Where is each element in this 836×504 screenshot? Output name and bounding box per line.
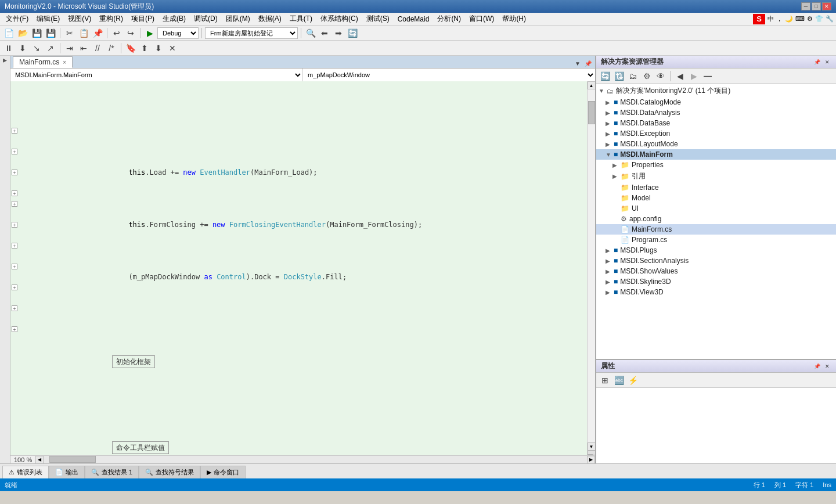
nav-fwd-button[interactable]: ➡: [332, 27, 345, 39]
tree-appconfig[interactable]: ⚙ app.config: [596, 214, 836, 224]
comment-button[interactable]: //: [91, 42, 104, 55]
tree-exception[interactable]: ▶ ■ MSDI.Exception: [596, 128, 836, 139]
step-over-button[interactable]: ⬇: [16, 42, 29, 55]
nav-class-dropdown[interactable]: MSDI.MainForm.MainForm: [10, 69, 303, 81]
editor-tab-mainform[interactable]: MainForm.cs ×: [13, 56, 73, 68]
prop-sort-button[interactable]: 🔤: [612, 374, 625, 387]
se-back-button[interactable]: ◀: [673, 70, 686, 82]
step-into-button[interactable]: ↘: [30, 42, 43, 55]
menu-analyze[interactable]: 分析(N): [434, 13, 464, 25]
indent-button[interactable]: ⇥: [63, 42, 76, 55]
se-show-all-button[interactable]: 👁: [654, 70, 667, 82]
undo-button[interactable]: ↩: [110, 27, 123, 39]
sogou-gear[interactable]: ⚙: [807, 15, 813, 23]
tree-showvalues[interactable]: ▶ ■ MSDI.ShowValues: [596, 266, 836, 276]
se-fwd-button[interactable]: ▶: [687, 70, 700, 82]
prop-event-button[interactable]: ⚡: [626, 374, 639, 387]
prop-close-button[interactable]: ✕: [823, 362, 831, 370]
se-pin-button[interactable]: 📌: [813, 58, 821, 66]
code-editor[interactable]: + + + + + + + + + +: [10, 81, 587, 455]
prev-bookmark-button[interactable]: ⬆: [138, 42, 151, 55]
new-file-button[interactable]: 📄: [2, 27, 15, 39]
menu-window[interactable]: 窗口(W): [466, 13, 498, 25]
uncomment-button[interactable]: /*: [105, 42, 118, 55]
start-button[interactable]: ▶: [143, 27, 156, 39]
tab-close-button[interactable]: ×: [63, 59, 66, 66]
vertical-scrollbar[interactable]: ▲ ▼ ═: [587, 81, 595, 455]
h-scroll-track[interactable]: [44, 456, 587, 464]
bottom-tab-output[interactable]: 📄 输出: [49, 466, 85, 478]
nav-back-button[interactable]: ⬅: [318, 27, 331, 39]
cut-button[interactable]: ✂: [63, 27, 76, 39]
menu-file[interactable]: 文件(F): [2, 13, 32, 25]
menu-debug[interactable]: 调试(D): [190, 13, 221, 25]
open-file-button[interactable]: 📂: [16, 27, 29, 39]
tree-references[interactable]: ▶ 📁 引用: [596, 170, 836, 182]
menu-data[interactable]: 数据(A): [255, 13, 285, 25]
tree-properties[interactable]: ▶ 📁 Properties: [596, 160, 836, 170]
find-button[interactable]: 🔍: [304, 27, 317, 39]
menu-arch[interactable]: 体系结构(C): [317, 13, 362, 25]
breakpoint-button[interactable]: ⏸: [2, 42, 15, 55]
h-scroll-thumb[interactable]: [49, 456, 96, 463]
tree-catalog-mode[interactable]: ▶ ■ MSDI.CatalogMode: [596, 97, 836, 107]
fold-btn-7[interactable]: +: [12, 243, 17, 249]
tree-plugs[interactable]: ▶ ■ MSDI.Plugs: [596, 245, 836, 255]
menu-test[interactable]: 测试(S): [363, 13, 393, 25]
fold-btn-2[interactable]: +: [12, 149, 17, 154]
prop-pin-button[interactable]: 📌: [813, 362, 821, 370]
tree-solution-root[interactable]: ▼ 🗂 解决方案'MonitoringV2.0' (11 个项目): [596, 85, 836, 97]
refresh-button[interactable]: 🔄: [346, 27, 359, 39]
minimize-button[interactable]: ─: [801, 2, 810, 10]
fold-btn-1[interactable]: +: [12, 128, 17, 134]
tree-model[interactable]: 📁 Model: [596, 193, 836, 203]
menu-project[interactable]: 项目(P): [128, 13, 158, 25]
next-bookmark-button[interactable]: ⬇: [152, 42, 165, 55]
menu-tools[interactable]: 工具(T): [286, 13, 316, 25]
se-sync-button[interactable]: 🔄: [599, 70, 611, 82]
fold-btn-5[interactable]: +: [12, 201, 17, 207]
sogou-skin[interactable]: 👕: [815, 15, 823, 23]
fold-btn-8[interactable]: +: [12, 264, 17, 269]
tree-programcs[interactable]: 📄 Program.cs: [596, 235, 836, 245]
paste-button[interactable]: 📌: [91, 27, 104, 39]
fold-btn-4[interactable]: +: [12, 190, 17, 196]
scroll-thumb[interactable]: [588, 101, 595, 124]
tree-mainformcs[interactable]: 📄 MainForm.cs: [596, 224, 836, 235]
se-collapse-button[interactable]: 🗂: [626, 70, 639, 82]
sogou-tool[interactable]: 🔧: [826, 15, 834, 23]
sogou-punct[interactable]: ，: [776, 15, 783, 23]
bottom-tab-findsymbol[interactable]: 🔍 查找符号结果: [139, 466, 200, 478]
tab-dropdown-button[interactable]: ▼: [573, 59, 582, 68]
tree-data-analysis[interactable]: ▶ ■ MSDI.DataAnalysis: [596, 107, 836, 118]
step-out-button[interactable]: ↗: [44, 42, 57, 55]
menu-build[interactable]: 生成(B): [159, 13, 189, 25]
unindent-button[interactable]: ⇤: [77, 42, 90, 55]
fold-btn-3[interactable]: +: [12, 170, 17, 175]
save-button[interactable]: 💾: [30, 27, 43, 39]
sogou-lang[interactable]: 中: [767, 15, 774, 23]
form-dropdown[interactable]: Frm新建房屋初始登记: [205, 27, 298, 39]
scroll-right-arrow[interactable]: ▶: [587, 456, 595, 464]
left-panel-item-1[interactable]: ◀: [2, 58, 8, 64]
tree-section[interactable]: ▶ ■ MSDI.SectionAnalysis: [596, 255, 836, 266]
menu-help[interactable]: 帮助(H): [499, 13, 529, 25]
code-box-init[interactable]: 初始化框架: [112, 355, 155, 368]
scroll-left-arrow[interactable]: ◀: [35, 456, 44, 464]
prop-grid-button[interactable]: ⊞: [599, 374, 611, 387]
tree-skyline3d[interactable]: ▶ ■ MSDI.Skyline3D: [596, 276, 836, 287]
se-close-button[interactable]: ✕: [823, 58, 831, 66]
fold-btn-10[interactable]: +: [12, 305, 17, 311]
bookmark-button[interactable]: 🔖: [124, 42, 137, 55]
tree-database[interactable]: ▶ ■ MSDI.DataBase: [596, 118, 836, 128]
se-minus-button[interactable]: —: [701, 70, 714, 82]
config-dropdown[interactable]: Debug Release: [157, 27, 199, 39]
copy-button[interactable]: 📋: [77, 27, 90, 39]
scroll-down-arrow[interactable]: ▼: [588, 442, 596, 451]
menu-edit[interactable]: 编辑(E): [33, 13, 63, 25]
sogou-kbd[interactable]: ⌨: [795, 15, 805, 23]
redo-button[interactable]: ↪: [124, 27, 137, 39]
nav-member-dropdown[interactable]: m_pMapDockWindow: [303, 69, 595, 81]
menu-view[interactable]: 视图(V): [64, 13, 95, 25]
maximize-button[interactable]: □: [812, 2, 821, 10]
